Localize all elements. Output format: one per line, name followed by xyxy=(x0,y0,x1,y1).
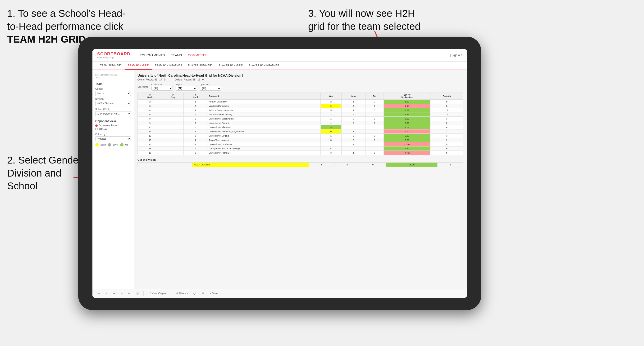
radio-top100[interactable]: Top 100 xyxy=(95,128,131,130)
radio-opponents-played-dot xyxy=(95,125,98,127)
td-diff: 3.67 xyxy=(384,116,430,121)
td-win: 3 xyxy=(321,138,342,142)
td-conf: 1 xyxy=(184,108,207,112)
td-loss: 0 xyxy=(341,116,365,121)
td-tie: 0 xyxy=(366,125,384,129)
out-of-division: Out of division NCAA Division II 1 0 0 xyxy=(138,158,464,167)
td-diff: 1.83 xyxy=(384,112,430,116)
filter-region-select[interactable]: (All) xyxy=(176,86,197,91)
colour-by-label: Colour by xyxy=(95,133,131,136)
colour-level-label: Level xyxy=(113,144,118,146)
td-rounds: 2 xyxy=(430,121,464,125)
comment-btn[interactable]: 💬 xyxy=(192,291,198,295)
td-tie: 0 xyxy=(366,108,384,112)
td-tie: 0 xyxy=(366,134,384,138)
team-section-label: Team xyxy=(95,82,131,86)
tab-team-summary[interactable]: TEAM SUMMARY xyxy=(97,61,125,70)
td-opponent: University of Washington xyxy=(207,116,320,121)
top-nav: SCOREBOARD Powered by clippi TOURNAMENTS… xyxy=(92,49,467,61)
td-diff: 2.29 xyxy=(384,108,430,112)
gender-label: Gender xyxy=(95,88,131,90)
td-loss: 1 xyxy=(341,99,365,104)
tab-team-h2h-grid[interactable]: TEAM H2H GRID xyxy=(125,61,152,70)
tab-team-h2h-heatmap[interactable]: TEAM H2H HEATMAP xyxy=(152,61,185,70)
table-row: 8 2 University of Washington 1 0 0 3.67 … xyxy=(138,116,464,121)
forward-btn[interactable]: ↬ xyxy=(111,291,117,295)
tab-player-h2h-heatmap[interactable]: PLAYER H2H HEATMAP xyxy=(246,61,282,70)
filter-conf-group: Conference (All) xyxy=(152,83,173,91)
filter-opponent-select[interactable]: (All) xyxy=(200,86,221,91)
tablet-device: SCOREBOARD Powered by clippi TOURNAMENTS… xyxy=(78,37,481,310)
ood-loss: 0 xyxy=(334,162,360,167)
td-diff: 1.67 xyxy=(384,99,430,104)
colour-by-select[interactable]: Win/loss xyxy=(95,136,131,141)
cut-btn[interactable]: ✂ xyxy=(119,291,124,295)
grid-btn[interactable]: ⊞ xyxy=(200,291,206,295)
td-reg xyxy=(162,129,184,134)
filter-conf-select[interactable]: (All) xyxy=(152,86,173,91)
th-rank: #Rank xyxy=(138,93,162,99)
tab-player-h2h-grid[interactable]: PLAYER H2H GRID xyxy=(216,61,246,70)
td-tie: 0 xyxy=(366,116,384,121)
td-tie: 0 xyxy=(366,121,384,125)
watch-btn[interactable]: 👁 Watch ▾ xyxy=(174,291,190,295)
td-loss: 1 xyxy=(341,108,365,112)
filter-opponents-group: Opponents: xyxy=(138,86,148,88)
redo-btn[interactable]: ↪ xyxy=(104,291,109,295)
last-updated: Last Updated: 27/03/2024 16:55:38 xyxy=(95,74,131,79)
tablet-screen: SCOREBOARD Powered by clippi TOURNAMENTS… xyxy=(92,49,467,298)
th-diff: Diff AvStrokes/Rnd xyxy=(384,93,430,99)
td-reg xyxy=(162,121,184,125)
paste-btn[interactable]: ⊕ xyxy=(126,291,132,295)
ood-opponent: NCAA Division II xyxy=(192,162,308,167)
step2-line3: School xyxy=(7,180,38,191)
td-reg xyxy=(162,146,184,151)
td-rounds: 9 xyxy=(430,142,464,146)
td-conf: 3 xyxy=(184,151,207,155)
out-of-division-title: Out of division xyxy=(138,158,464,161)
radio-top100-dot xyxy=(95,128,98,130)
view-original-btn[interactable]: 📄 View: Original xyxy=(146,291,168,295)
ood-reg xyxy=(156,162,174,167)
division-select[interactable]: NCAA Division I xyxy=(95,101,131,106)
td-diff: -2.29 xyxy=(384,104,430,108)
nav-tournaments[interactable]: TOURNAMENTS xyxy=(140,53,165,57)
ood-diff: 26.00 xyxy=(386,162,438,167)
td-conf: 3 xyxy=(184,121,207,125)
td-loss: 4 xyxy=(341,104,365,108)
colour-legend: Down Level Up xyxy=(95,143,131,147)
td-win: 0 xyxy=(321,129,342,134)
step3-annotation: 3. You will now see H2H grid for the tea… xyxy=(308,7,420,33)
sign-out-link[interactable]: | Sign out xyxy=(450,53,462,57)
gender-select[interactable]: Men's xyxy=(95,91,131,96)
td-diff: 5.56 xyxy=(384,138,430,142)
td-conf: 5 xyxy=(184,125,207,129)
td-opponent: Vanderbilt University xyxy=(207,104,320,108)
step1-bold: TEAM H2H GRID xyxy=(7,34,86,45)
filter-opponents-label: Opponents: xyxy=(138,86,148,88)
tab-player-summary[interactable]: PLAYER SUMMARY xyxy=(185,61,216,70)
td-reg xyxy=(162,99,184,104)
td-rounds: 9 xyxy=(430,151,464,155)
table-row: NCAA Division II 1 0 0 26.00 3 xyxy=(138,162,464,167)
td-rank: 10 xyxy=(138,125,162,129)
nav-teams[interactable]: TEAMS xyxy=(171,53,182,57)
td-tie: 0 xyxy=(366,138,384,142)
share-btn[interactable]: ↗ Share xyxy=(208,291,220,295)
radio-opponents-played[interactable]: Opponents Played xyxy=(95,124,131,127)
undo-btn[interactable]: ↩ xyxy=(96,291,102,295)
logo: SCOREBOARD Powered by clippi xyxy=(97,52,130,59)
out-of-division-table: NCAA Division II 1 0 0 26.00 3 xyxy=(138,162,464,167)
clock-btn[interactable]: 🕐 xyxy=(134,291,140,295)
school-select[interactable]: 1. University of Nort... xyxy=(95,111,131,116)
colour-up-dot xyxy=(120,143,124,147)
td-diff: -1.00 xyxy=(384,142,430,146)
td-tie: 0 xyxy=(366,142,384,146)
td-tie: 0 xyxy=(366,99,384,104)
td-win: 2 xyxy=(321,99,342,104)
td-loss: 0 xyxy=(341,146,365,151)
nav-committee[interactable]: COMMITTEE xyxy=(188,53,208,57)
td-opponent: University of Florida xyxy=(207,151,320,155)
td-win: 1 xyxy=(321,116,342,121)
td-rank: 6 xyxy=(138,112,162,116)
